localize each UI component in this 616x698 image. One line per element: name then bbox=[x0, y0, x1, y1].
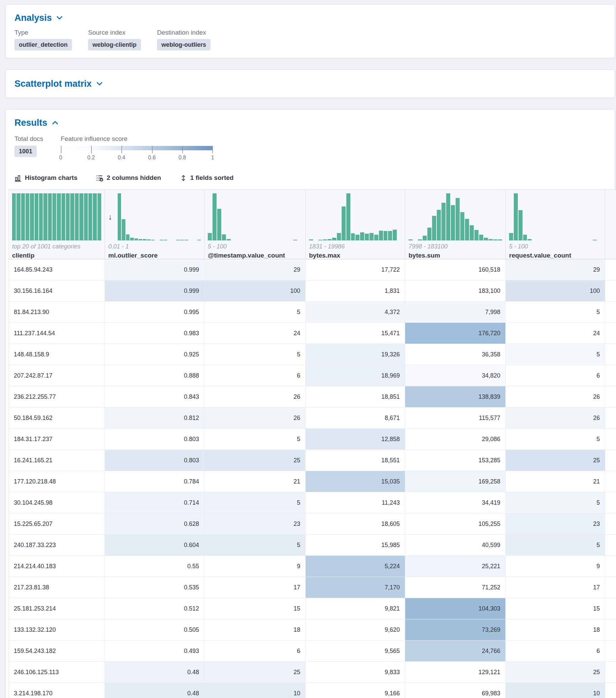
grid-cell[interactable]: 6 bbox=[506, 641, 605, 662]
grid-cell[interactable]: 17 bbox=[506, 577, 605, 598]
grid-cell-clientip[interactable]: 207.242.87.17 bbox=[9, 365, 105, 386]
grid-cell[interactable]: 9,833 bbox=[306, 662, 405, 683]
grid-cell[interactable]: 6 bbox=[506, 365, 605, 386]
grid-cell[interactable]: 5 bbox=[205, 344, 306, 365]
grid-cell[interactable]: 0.999 bbox=[105, 280, 205, 302]
fields-sorted-button[interactable]: 1 fields sorted bbox=[180, 174, 234, 182]
grid-cell[interactable]: 12,858 bbox=[306, 429, 405, 450]
grid-cell[interactable]: 15 bbox=[506, 598, 605, 619]
grid-cell[interactable]: 9,821 bbox=[306, 598, 405, 619]
grid-cell[interactable]: 5,224 bbox=[306, 556, 405, 577]
grid-cell[interactable]: 0.48 bbox=[105, 683, 205, 698]
grid-cell[interactable]: 15,035 bbox=[306, 471, 405, 492]
grid-cell[interactable]: 129,121 bbox=[405, 662, 506, 683]
grid-cell[interactable]: 40,599 bbox=[405, 534, 506, 556]
grid-cell[interactable]: 5 bbox=[506, 492, 605, 513]
grid-cell[interactable]: 26 bbox=[205, 386, 306, 407]
grid-cell[interactable]: 0.628 bbox=[105, 513, 205, 534]
grid-cell[interactable]: 0.843 bbox=[105, 386, 205, 407]
grid-cell-clientip[interactable]: 111.237.144.54 bbox=[9, 323, 105, 344]
grid-cell[interactable]: 5 bbox=[506, 429, 605, 450]
grid-cell[interactable]: 1,831 bbox=[306, 280, 405, 302]
grid-cell[interactable]: 24,766 bbox=[405, 641, 506, 662]
grid-cell[interactable]: 18,969 bbox=[306, 365, 405, 386]
grid-cell[interactable]: 21 bbox=[205, 471, 306, 492]
grid-cell[interactable]: 10 bbox=[506, 683, 605, 698]
grid-cell[interactable]: 24 bbox=[205, 323, 306, 344]
grid-cell[interactable]: 18 bbox=[205, 619, 306, 641]
grid-cell-clientip[interactable]: 217.23.81.38 bbox=[9, 577, 105, 598]
grid-cell[interactable]: 11,243 bbox=[306, 492, 405, 513]
grid-cell[interactable]: 7,170 bbox=[306, 577, 405, 598]
grid-cell[interactable]: 0.55 bbox=[105, 556, 205, 577]
column-header-clientip[interactable]: top 20 of 1001 categoriesclientip bbox=[9, 190, 105, 259]
grid-cell[interactable]: 105,255 bbox=[405, 513, 506, 534]
grid-cell[interactable]: 100 bbox=[205, 280, 306, 302]
grid-cell[interactable]: 21 bbox=[506, 471, 605, 492]
grid-cell[interactable]: 15,985 bbox=[306, 534, 405, 556]
grid-cell-clientip[interactable]: 30.104.245.98 bbox=[9, 492, 105, 513]
grid-cell[interactable]: 0.999 bbox=[105, 259, 205, 280]
analysis-section-toggle[interactable]: Analysis bbox=[14, 12, 606, 24]
grid-cell-clientip[interactable]: 30.156.16.164 bbox=[9, 280, 105, 302]
histogram-charts-button[interactable]: Histogram charts bbox=[14, 174, 77, 182]
grid-cell[interactable]: 115,577 bbox=[405, 407, 506, 429]
grid-cell[interactable]: 5 bbox=[205, 492, 306, 513]
grid-cell[interactable]: 0.784 bbox=[105, 471, 205, 492]
grid-cell-clientip[interactable]: 240.187.33.223 bbox=[9, 534, 105, 556]
grid-cell[interactable]: 5 bbox=[506, 534, 605, 556]
column-header-bytes.max[interactable]: 1831 - 19986bytes.max bbox=[306, 190, 405, 259]
grid-cell[interactable]: 9 bbox=[205, 556, 306, 577]
grid-cell-clientip[interactable]: 177.120.218.48 bbox=[9, 471, 105, 492]
grid-cell[interactable]: 104,303 bbox=[405, 598, 506, 619]
grid-cell[interactable]: 18,551 bbox=[306, 450, 405, 471]
grid-cell[interactable]: 25 bbox=[506, 662, 605, 683]
grid-cell-clientip[interactable]: 15.225.65.207 bbox=[9, 513, 105, 534]
grid-cell[interactable]: 17,722 bbox=[306, 259, 405, 280]
grid-cell[interactable]: 36,358 bbox=[405, 344, 506, 365]
grid-cell[interactable]: 19,326 bbox=[306, 344, 405, 365]
grid-cell-clientip[interactable]: 50.184.59.162 bbox=[9, 407, 105, 429]
grid-cell-clientip[interactable]: 16.241.165.21 bbox=[9, 450, 105, 471]
grid-cell[interactable]: 0.803 bbox=[105, 429, 205, 450]
grid-cell[interactable]: 0.995 bbox=[105, 302, 205, 323]
grid-cell-clientip[interactable]: 236.212.255.77 bbox=[9, 386, 105, 407]
grid-cell[interactable]: 5 bbox=[506, 344, 605, 365]
grid-cell[interactable]: 34,820 bbox=[405, 365, 506, 386]
grid-cell[interactable]: 15,471 bbox=[306, 323, 405, 344]
grid-cell[interactable]: 18,605 bbox=[306, 513, 405, 534]
grid-cell[interactable]: 0.604 bbox=[105, 534, 205, 556]
grid-cell[interactable]: 9,620 bbox=[306, 619, 405, 641]
grid-cell[interactable]: 0.512 bbox=[105, 598, 205, 619]
grid-cell[interactable]: 6 bbox=[205, 641, 306, 662]
grid-cell-clientip[interactable]: 184.31.17.237 bbox=[9, 429, 105, 450]
grid-cell[interactable]: 138,839 bbox=[405, 386, 506, 407]
grid-cell[interactable]: 24 bbox=[506, 323, 605, 344]
grid-cell[interactable]: 9,565 bbox=[306, 641, 405, 662]
grid-cell[interactable]: 18,851 bbox=[306, 386, 405, 407]
grid-cell[interactable]: 18 bbox=[506, 619, 605, 641]
grid-cell[interactable]: 6 bbox=[205, 365, 306, 386]
grid-cell-clientip[interactable]: 159.54.243.182 bbox=[9, 641, 105, 662]
grid-cell[interactable]: 34,419 bbox=[405, 492, 506, 513]
grid-cell[interactable]: 69,983 bbox=[405, 683, 506, 698]
grid-cell[interactable]: 15 bbox=[205, 598, 306, 619]
grid-cell-clientip[interactable]: 148.48.158.9 bbox=[9, 344, 105, 365]
grid-cell[interactable]: 5 bbox=[205, 302, 306, 323]
grid-cell[interactable]: 0.983 bbox=[105, 323, 205, 344]
column-header-@timestamp.value_count[interactable]: 5 - 100@timestamp.value_count bbox=[205, 190, 306, 259]
grid-cell[interactable]: 17 bbox=[205, 577, 306, 598]
column-header-bytes.sum[interactable]: 7998 - 183100bytes.sum bbox=[405, 190, 506, 259]
grid-cell[interactable]: 0.888 bbox=[105, 365, 205, 386]
grid-cell[interactable]: 9 bbox=[506, 556, 605, 577]
grid-cell-clientip[interactable]: 25.181.253.214 bbox=[9, 598, 105, 619]
grid-cell[interactable]: 73,269 bbox=[405, 619, 506, 641]
grid-cell[interactable]: 26 bbox=[205, 407, 306, 429]
column-header-ml.outlier_score[interactable]: ↓0.01 - 1ml.outlier_score bbox=[105, 190, 205, 259]
grid-cell[interactable]: 25,221 bbox=[405, 556, 506, 577]
grid-cell-clientip[interactable]: 133.132.32.120 bbox=[9, 619, 105, 641]
grid-cell-clientip[interactable]: 214.214.40.183 bbox=[9, 556, 105, 577]
grid-cell[interactable]: 26 bbox=[506, 386, 605, 407]
grid-cell[interactable]: 25 bbox=[205, 662, 306, 683]
grid-cell[interactable]: 0.925 bbox=[105, 344, 205, 365]
